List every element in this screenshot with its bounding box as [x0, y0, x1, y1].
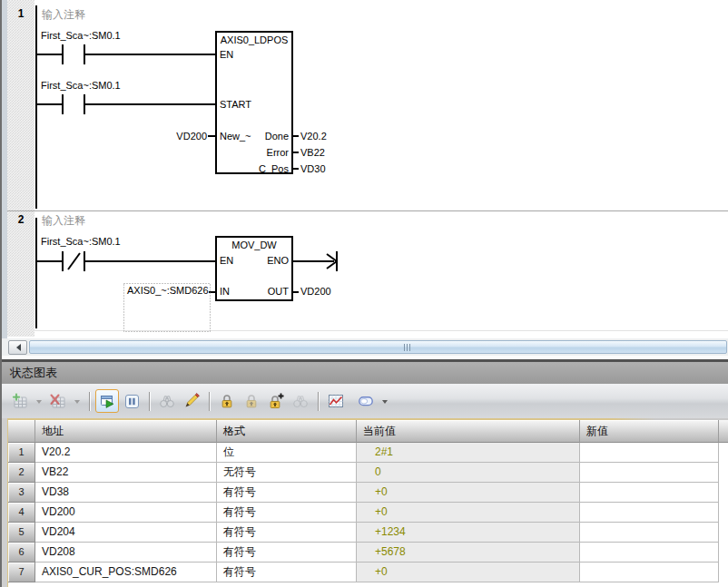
network2-comment[interactable]: 输入注释 [42, 213, 85, 229]
delete-row-button[interactable] [46, 389, 70, 413]
scroll-left-button[interactable] [8, 340, 27, 355]
trend-view-icon [327, 392, 345, 410]
insert-row-button[interactable] [8, 389, 32, 413]
scrollbar-thumb[interactable] [29, 340, 727, 354]
header-address: 地址 [35, 420, 217, 443]
network2-contact-operand[interactable]: First_Sca~:SM0.1 [41, 236, 121, 248]
force-all-button[interactable] [264, 389, 288, 413]
block-input-operand[interactable]: VD200 [152, 131, 207, 142]
cell-current-value[interactable]: 0 [357, 463, 580, 483]
force-button[interactable] [215, 389, 239, 413]
ladder-diagram [0, 0, 728, 338]
pin-in-label: IN [220, 286, 230, 298]
tag-dropdown[interactable] [379, 389, 390, 413]
status-chart-toolbar [2, 384, 728, 418]
read-all-forced-button[interactable] [289, 389, 312, 413]
row-number[interactable]: 7 [8, 563, 35, 582]
horizontal-scrollbar[interactable] [2, 338, 728, 356]
table-row: 1 V20.2 位 2#1 [8, 443, 719, 463]
cpos-operand[interactable]: VD30 [300, 163, 326, 175]
cell-address[interactable]: VD200 [35, 503, 217, 523]
network1-number: 1 [11, 7, 31, 20]
pause-status-button[interactable] [120, 389, 143, 413]
error-operand[interactable]: VB22 [300, 147, 325, 159]
header-filler [719, 420, 728, 443]
pin-start-label: START [220, 99, 251, 111]
row-number[interactable]: 2 [8, 463, 35, 483]
insert-row-dropdown[interactable] [33, 389, 44, 413]
chevron-down-icon [74, 400, 80, 406]
network1-contact1-operand[interactable]: First_Sca~:SM0.1 [41, 30, 121, 42]
cell-new-value[interactable] [580, 503, 719, 523]
binoculars-icon [158, 392, 176, 410]
mov-dw-block-title[interactable]: MOV_DW [216, 240, 292, 251]
cell-current-value[interactable]: +0 [357, 503, 580, 523]
header-gutter-cell [8, 420, 35, 443]
cell-address[interactable]: V20.2 [35, 443, 217, 463]
status-chart-table: 地址 格式 当前值 新值 1 V20.2 位 2#1 2 VB22 无符号 0 … [0, 418, 728, 587]
write-values-button[interactable] [180, 389, 203, 413]
network1-comment[interactable]: 输入注释 [42, 7, 85, 23]
row-number[interactable]: 1 [8, 443, 35, 463]
trend-view-button[interactable] [324, 389, 348, 413]
cell-format[interactable]: 有符号 [217, 483, 357, 503]
read-forced-binoculars-icon [291, 392, 310, 410]
cell-format[interactable]: 有符号 [217, 503, 357, 523]
cell-new-value[interactable] [580, 483, 719, 503]
mov-input-operand[interactable]: AXIS0_~:SMD626 [127, 285, 209, 297]
mov-output-operand[interactable]: VD200 [300, 286, 331, 298]
cell-address[interactable]: VD38 [35, 483, 217, 503]
cell-new-value[interactable] [580, 543, 719, 563]
pause-icon [123, 392, 141, 410]
cell-address[interactable]: VD208 [35, 543, 217, 563]
cell-new-value[interactable] [580, 563, 719, 582]
cell-format[interactable]: 有符号 [217, 563, 357, 582]
axis0-ldpos-block-title[interactable]: AXIS0_LDPOS [216, 34, 292, 46]
unforce-button[interactable] [240, 389, 263, 413]
cell-address[interactable]: VB22 [35, 463, 217, 483]
tag-button[interactable] [354, 389, 378, 413]
chart-status-run-button[interactable] [95, 389, 119, 413]
pin-en2-label: EN [220, 255, 233, 267]
status-chart-titlebar: 状态图表 [2, 362, 728, 384]
cell-current-value[interactable]: +0 [357, 483, 580, 503]
cell-new-value[interactable] [580, 523, 719, 543]
table-row: 7 AXIS0_CUR_POS:SMD626 有符号 +0 [8, 563, 719, 582]
row-number[interactable]: 4 [8, 503, 35, 523]
force-lock-icon [218, 392, 236, 410]
chevron-down-icon [36, 400, 42, 406]
plc-programming-window: 1 输入注释 First_Sca~:SM0.1 First_Sca~:SM0.1… [0, 0, 728, 587]
row-number[interactable]: 6 [8, 543, 35, 563]
delete-row-icon [49, 392, 67, 410]
cell-current-value[interactable]: +0 [357, 563, 580, 582]
done-operand[interactable]: V20.2 [300, 131, 327, 142]
row-number[interactable]: 3 [8, 483, 35, 503]
chevron-down-icon [382, 400, 388, 406]
delete-row-dropdown[interactable] [71, 389, 83, 413]
cell-format[interactable]: 有符号 [217, 543, 357, 563]
cell-address[interactable]: VD204 [35, 523, 217, 543]
cell-format[interactable]: 位 [217, 443, 357, 463]
cell-format[interactable]: 无符号 [217, 463, 357, 483]
window-left-border [0, 0, 2, 587]
table-row: 2 VB22 无符号 0 [8, 463, 719, 483]
unforce-lock-icon [242, 392, 261, 410]
toolbar-separator [318, 392, 319, 411]
cell-current-value[interactable]: +5678 [357, 543, 580, 563]
cell-new-value[interactable] [580, 443, 719, 463]
insert-row-icon [11, 392, 29, 410]
toolbar-separator [209, 392, 210, 411]
table-row: 6 VD208 有符号 +5678 [8, 543, 719, 563]
network1-contact2-operand[interactable]: First_Sca~:SM0.1 [41, 80, 121, 92]
cell-new-value[interactable] [580, 463, 719, 483]
toolbar-separator [149, 392, 150, 411]
program-editor-pane: 1 输入注释 First_Sca~:SM0.1 First_Sca~:SM0.1… [0, 0, 728, 338]
row-number[interactable]: 5 [8, 523, 35, 543]
read-status-button[interactable] [155, 389, 179, 413]
cell-current-value[interactable]: +1234 [357, 523, 580, 543]
chart-status-run-icon [98, 392, 116, 410]
tag-icon [357, 392, 375, 410]
cell-format[interactable]: 有符号 [217, 523, 357, 543]
cell-address[interactable]: AXIS0_CUR_POS:SMD626 [35, 563, 217, 582]
cell-current-value[interactable]: 2#1 [357, 443, 580, 463]
